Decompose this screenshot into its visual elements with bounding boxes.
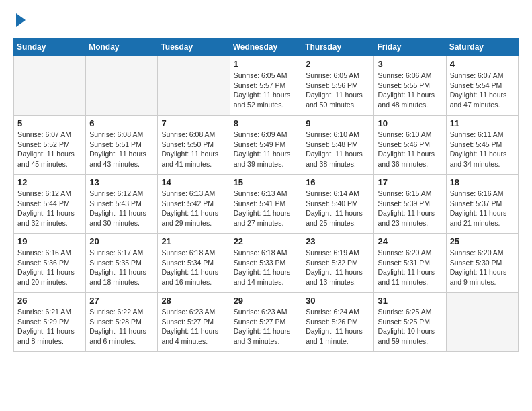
day-header-wednesday: Wednesday — [230, 38, 302, 56]
logo-arrow-icon — [16, 13, 26, 27]
day-info: Sunrise: 6:11 AMSunset: 5:45 PMDaylight:… — [450, 130, 515, 169]
day-number: 8 — [234, 118, 299, 128]
day-info: Sunrise: 6:18 AMSunset: 5:34 PMDaylight:… — [161, 248, 226, 287]
week-row-2: 5 Sunrise: 6:07 AMSunset: 5:52 PMDayligh… — [14, 116, 519, 175]
day-cell-28: 28 Sunrise: 6:23 AMSunset: 5:27 PMDaylig… — [158, 293, 230, 352]
day-number: 26 — [17, 295, 82, 306]
empty-cell — [14, 56, 86, 116]
day-cell-18: 18 Sunrise: 6:16 AMSunset: 5:37 PMDaylig… — [446, 175, 518, 234]
day-cell-26: 26 Sunrise: 6:21 AMSunset: 5:29 PMDaylig… — [14, 293, 86, 352]
day-header-monday: Monday — [86, 38, 158, 56]
day-number: 9 — [306, 118, 370, 128]
day-number: 2 — [306, 59, 370, 69]
day-info: Sunrise: 6:23 AMSunset: 5:27 PMDaylight:… — [161, 307, 226, 347]
day-info: Sunrise: 6:21 AMSunset: 5:29 PMDaylight:… — [17, 307, 82, 347]
day-info: Sunrise: 6:07 AMSunset: 5:54 PMDaylight:… — [450, 71, 515, 110]
day-cell-19: 19 Sunrise: 6:16 AMSunset: 5:36 PMDaylig… — [14, 234, 86, 293]
day-number: 11 — [450, 118, 515, 128]
day-info: Sunrise: 6:09 AMSunset: 5:49 PMDaylight:… — [234, 130, 299, 169]
day-number: 5 — [17, 118, 82, 128]
day-cell-17: 17 Sunrise: 6:15 AMSunset: 5:39 PMDaylig… — [374, 175, 446, 234]
day-number: 21 — [161, 236, 226, 246]
empty-cell — [446, 293, 518, 352]
day-cell-23: 23 Sunrise: 6:19 AMSunset: 5:32 PMDaylig… — [302, 234, 374, 293]
day-info: Sunrise: 6:20 AMSunset: 5:31 PMDaylight:… — [378, 248, 442, 287]
day-cell-14: 14 Sunrise: 6:13 AMSunset: 5:42 PMDaylig… — [158, 175, 230, 234]
day-info: Sunrise: 6:22 AMSunset: 5:28 PMDaylight:… — [89, 307, 154, 347]
day-number: 30 — [306, 295, 370, 306]
empty-cell — [158, 56, 230, 116]
day-cell-11: 11 Sunrise: 6:11 AMSunset: 5:45 PMDaylig… — [446, 116, 518, 175]
day-cell-4: 4 Sunrise: 6:07 AMSunset: 5:54 PMDayligh… — [446, 56, 518, 116]
day-number: 17 — [378, 177, 442, 187]
day-info: Sunrise: 6:14 AMSunset: 5:40 PMDaylight:… — [306, 189, 370, 228]
day-number: 20 — [89, 236, 154, 246]
day-info: Sunrise: 6:24 AMSunset: 5:26 PMDaylight:… — [306, 307, 370, 347]
day-info: Sunrise: 6:18 AMSunset: 5:33 PMDaylight:… — [234, 248, 299, 287]
day-cell-5: 5 Sunrise: 6:07 AMSunset: 5:52 PMDayligh… — [14, 116, 86, 175]
empty-cell — [86, 56, 158, 116]
day-cell-7: 7 Sunrise: 6:08 AMSunset: 5:50 PMDayligh… — [158, 116, 230, 175]
week-row-1: 1 Sunrise: 6:05 AMSunset: 5:57 PMDayligh… — [14, 56, 519, 116]
day-info: Sunrise: 6:16 AMSunset: 5:36 PMDaylight:… — [17, 248, 82, 287]
day-number: 1 — [234, 59, 299, 69]
day-number: 6 — [89, 118, 154, 128]
day-info: Sunrise: 6:25 AMSunset: 5:25 PMDaylight:… — [378, 307, 442, 347]
day-info: Sunrise: 6:16 AMSunset: 5:37 PMDaylight:… — [450, 189, 515, 228]
day-number: 31 — [378, 295, 442, 306]
week-row-4: 19 Sunrise: 6:16 AMSunset: 5:36 PMDaylig… — [14, 234, 519, 293]
day-cell-15: 15 Sunrise: 6:13 AMSunset: 5:41 PMDaylig… — [230, 175, 302, 234]
day-cell-22: 22 Sunrise: 6:18 AMSunset: 5:33 PMDaylig… — [230, 234, 302, 293]
day-info: Sunrise: 6:10 AMSunset: 5:46 PMDaylight:… — [378, 130, 442, 169]
day-cell-1: 1 Sunrise: 6:05 AMSunset: 5:57 PMDayligh… — [230, 56, 302, 116]
calendar-header-row: SundayMondayTuesdayWednesdayThursdayFrid… — [14, 38, 519, 56]
day-number: 16 — [306, 177, 370, 187]
day-cell-8: 8 Sunrise: 6:09 AMSunset: 5:49 PMDayligh… — [230, 116, 302, 175]
day-header-friday: Friday — [374, 38, 446, 56]
day-cell-25: 25 Sunrise: 6:20 AMSunset: 5:30 PMDaylig… — [446, 234, 518, 293]
day-cell-21: 21 Sunrise: 6:18 AMSunset: 5:34 PMDaylig… — [158, 234, 230, 293]
day-cell-3: 3 Sunrise: 6:06 AMSunset: 5:55 PMDayligh… — [374, 56, 446, 116]
day-cell-10: 10 Sunrise: 6:10 AMSunset: 5:46 PMDaylig… — [374, 116, 446, 175]
day-cell-16: 16 Sunrise: 6:14 AMSunset: 5:40 PMDaylig… — [302, 175, 374, 234]
day-info: Sunrise: 6:05 AMSunset: 5:56 PMDaylight:… — [306, 71, 370, 110]
day-info: Sunrise: 6:10 AMSunset: 5:48 PMDaylight:… — [306, 130, 370, 169]
week-row-3: 12 Sunrise: 6:12 AMSunset: 5:44 PMDaylig… — [14, 175, 519, 234]
day-info: Sunrise: 6:12 AMSunset: 5:43 PMDaylight:… — [89, 189, 154, 228]
day-header-saturday: Saturday — [446, 38, 518, 56]
day-info: Sunrise: 6:13 AMSunset: 5:41 PMDaylight:… — [234, 189, 299, 228]
logo — [13, 13, 26, 27]
day-cell-6: 6 Sunrise: 6:08 AMSunset: 5:51 PMDayligh… — [86, 116, 158, 175]
day-number: 27 — [89, 295, 154, 306]
day-cell-9: 9 Sunrise: 6:10 AMSunset: 5:48 PMDayligh… — [302, 116, 374, 175]
day-info: Sunrise: 6:05 AMSunset: 5:57 PMDaylight:… — [234, 71, 299, 110]
day-number: 14 — [161, 177, 226, 187]
day-cell-31: 31 Sunrise: 6:25 AMSunset: 5:25 PMDaylig… — [374, 293, 446, 352]
day-info: Sunrise: 6:23 AMSunset: 5:27 PMDaylight:… — [234, 307, 299, 347]
day-header-thursday: Thursday — [302, 38, 374, 56]
week-row-5: 26 Sunrise: 6:21 AMSunset: 5:29 PMDaylig… — [14, 293, 519, 352]
day-info: Sunrise: 6:06 AMSunset: 5:55 PMDaylight:… — [378, 71, 442, 110]
day-number: 29 — [234, 295, 299, 306]
day-info: Sunrise: 6:19 AMSunset: 5:32 PMDaylight:… — [306, 248, 370, 287]
day-number: 18 — [450, 177, 515, 187]
day-number: 19 — [17, 236, 82, 246]
day-number: 28 — [161, 295, 226, 306]
day-info: Sunrise: 6:07 AMSunset: 5:52 PMDaylight:… — [17, 130, 82, 169]
day-number: 24 — [378, 236, 442, 246]
day-cell-27: 27 Sunrise: 6:22 AMSunset: 5:28 PMDaylig… — [86, 293, 158, 352]
day-number: 25 — [450, 236, 515, 246]
day-number: 22 — [234, 236, 299, 246]
day-header-sunday: Sunday — [14, 38, 86, 56]
day-info: Sunrise: 6:15 AMSunset: 5:39 PMDaylight:… — [378, 189, 442, 228]
calendar-table: SundayMondayTuesdayWednesdayThursdayFrid… — [13, 38, 519, 352]
day-cell-13: 13 Sunrise: 6:12 AMSunset: 5:43 PMDaylig… — [86, 175, 158, 234]
day-info: Sunrise: 6:17 AMSunset: 5:35 PMDaylight:… — [89, 248, 154, 287]
day-cell-20: 20 Sunrise: 6:17 AMSunset: 5:35 PMDaylig… — [86, 234, 158, 293]
day-number: 23 — [306, 236, 370, 246]
day-number: 15 — [234, 177, 299, 187]
day-number: 13 — [89, 177, 154, 187]
day-header-tuesday: Tuesday — [158, 38, 230, 56]
day-number: 12 — [17, 177, 82, 187]
day-info: Sunrise: 6:08 AMSunset: 5:51 PMDaylight:… — [89, 130, 154, 169]
